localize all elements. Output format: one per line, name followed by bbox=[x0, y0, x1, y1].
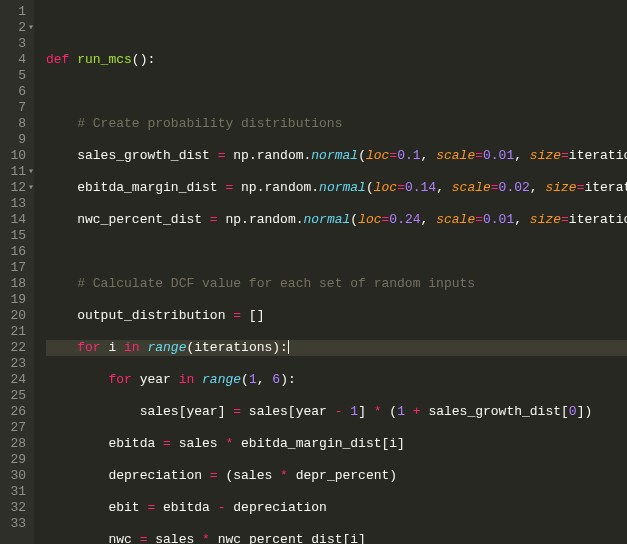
line-number: 10 bbox=[4, 148, 26, 164]
code-line[interactable]: ebit = ebitda - depreciation bbox=[46, 500, 627, 516]
line-number: 16 bbox=[4, 244, 26, 260]
line-number: 28 bbox=[4, 436, 26, 452]
code-line[interactable] bbox=[46, 244, 627, 260]
line-number: 15 bbox=[4, 228, 26, 244]
line-number: 21 bbox=[4, 324, 26, 340]
line-number: 7 bbox=[4, 100, 26, 116]
line-number: 25 bbox=[4, 388, 26, 404]
line-number: 22 bbox=[4, 340, 26, 356]
line-number: 3 bbox=[4, 36, 26, 52]
line-number: 26 bbox=[4, 404, 26, 420]
line-number: 32 bbox=[4, 500, 26, 516]
line-number: 20 bbox=[4, 308, 26, 324]
code-editor[interactable]: 1 2 3 4 5 6 7 8 9 10 11 12 13 14 15 16 1… bbox=[0, 0, 627, 544]
code-line[interactable]: sales_growth_dist = np.random.normal(loc… bbox=[46, 148, 627, 164]
line-number[interactable]: 2 bbox=[4, 20, 26, 36]
code-line[interactable]: # Create probability distributions bbox=[46, 116, 627, 132]
line-number: 33 bbox=[4, 516, 26, 532]
line-number: 19 bbox=[4, 292, 26, 308]
line-number: 13 bbox=[4, 196, 26, 212]
code-line-active[interactable]: for i in range(iterations): bbox=[46, 340, 627, 356]
code-line[interactable]: nwc = sales * nwc_percent_dist[i] bbox=[46, 532, 627, 544]
code-line[interactable] bbox=[46, 20, 627, 36]
code-line[interactable]: depreciation = (sales * depr_percent) bbox=[46, 468, 627, 484]
code-line[interactable]: nwc_percent_dist = np.random.normal(loc=… bbox=[46, 212, 627, 228]
line-number: 1 bbox=[4, 4, 26, 20]
code-line[interactable]: sales[year] = sales[year - 1] * (1 + sal… bbox=[46, 404, 627, 420]
line-number: 4 bbox=[4, 52, 26, 68]
gutter: 1 2 3 4 5 6 7 8 9 10 11 12 13 14 15 16 1… bbox=[0, 0, 34, 544]
code-line[interactable]: # Calculate DCF value for each set of ra… bbox=[46, 276, 627, 292]
line-number: 17 bbox=[4, 260, 26, 276]
code-line[interactable]: for year in range(1, 6): bbox=[46, 372, 627, 388]
line-number: 18 bbox=[4, 276, 26, 292]
code-line[interactable]: ebitda_margin_dist = np.random.normal(lo… bbox=[46, 180, 627, 196]
line-number: 14 bbox=[4, 212, 26, 228]
code-area[interactable]: def run_mcs(): # Create probability dist… bbox=[34, 0, 627, 544]
line-number[interactable]: 11 bbox=[4, 164, 26, 180]
line-number: 27 bbox=[4, 420, 26, 436]
line-number: 5 bbox=[4, 68, 26, 84]
line-number[interactable]: 12 bbox=[4, 180, 26, 196]
line-number: 29 bbox=[4, 452, 26, 468]
line-number: 8 bbox=[4, 116, 26, 132]
line-number: 24 bbox=[4, 372, 26, 388]
code-line[interactable]: ebitda = sales * ebitda_margin_dist[i] bbox=[46, 436, 627, 452]
line-number: 31 bbox=[4, 484, 26, 500]
line-number: 6 bbox=[4, 84, 26, 100]
code-line[interactable]: output_distribution = [] bbox=[46, 308, 627, 324]
line-number: 9 bbox=[4, 132, 26, 148]
cursor-icon bbox=[288, 340, 289, 354]
code-line[interactable] bbox=[46, 84, 627, 100]
code-line[interactable]: def run_mcs(): bbox=[46, 52, 627, 68]
line-number: 30 bbox=[4, 468, 26, 484]
line-number: 23 bbox=[4, 356, 26, 372]
